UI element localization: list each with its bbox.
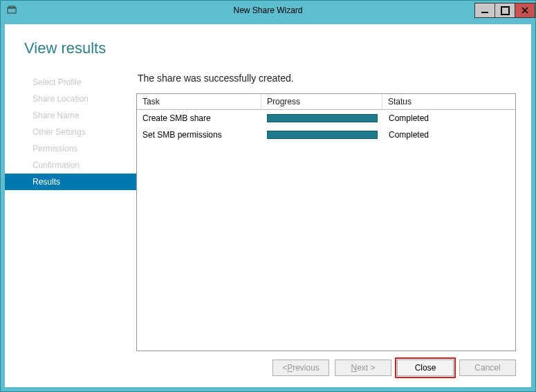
results-panel: The share was successfully created. Task… [136, 70, 516, 351]
task-name: Set SMB permissions [137, 129, 261, 141]
previous-rest: revious [293, 363, 320, 373]
task-name: Create SMB share [137, 112, 261, 124]
progress-bar [267, 131, 378, 139]
results-grid: Task Progress Status Create SMB share Co… [136, 93, 516, 351]
next-rest: ext > [357, 363, 375, 373]
window-controls [475, 3, 535, 18]
next-button: Next > [335, 360, 391, 376]
task-progress [261, 113, 383, 124]
wizard-body: Select Profile Share Location Share Name… [5, 70, 531, 351]
step-permissions: Permissions [5, 140, 136, 157]
table-row: Set SMB permissions Completed [137, 127, 515, 143]
step-results[interactable]: Results [5, 174, 136, 190]
titlebar[interactable]: New Share Wizard [1, 1, 535, 20]
result-message: The share was successfully created. [138, 73, 516, 84]
maximize-button[interactable] [495, 3, 515, 18]
col-header-progress[interactable]: Progress [261, 94, 382, 109]
task-status: Completed [383, 112, 515, 124]
close-button[interactable]: Close [397, 360, 454, 376]
step-confirmation: Confirmation [5, 157, 136, 174]
page-title: View results [24, 39, 531, 57]
window-frame: New Share Wizard View results Select Pro… [0, 0, 536, 392]
step-share-location: Share Location [5, 91, 136, 107]
minimize-button[interactable] [474, 3, 495, 18]
table-row: Create SMB share Completed [137, 110, 515, 127]
grid-header: Task Progress Status [137, 94, 515, 110]
task-status: Completed [383, 129, 515, 141]
previous-button: < Previous [272, 360, 329, 376]
progress-bar [267, 114, 378, 122]
col-header-task[interactable]: Task [137, 94, 261, 109]
previous-ukey: P [287, 363, 293, 373]
wizard-steps-sidebar: Select Profile Share Location Share Name… [5, 70, 136, 351]
window-title: New Share Wizard [1, 6, 535, 15]
window-close-button[interactable] [515, 3, 535, 18]
wizard-footer: < Previous Next > Close Cancel [5, 351, 531, 387]
step-select-profile: Select Profile [5, 74, 136, 91]
step-share-name: Share Name [5, 107, 136, 124]
previous-prefix: < [282, 363, 287, 373]
task-progress [261, 129, 383, 140]
step-other-settings: Other Settings [5, 124, 136, 140]
col-header-status[interactable]: Status [382, 94, 515, 109]
next-ukey: N [351, 363, 357, 373]
wizard-content: View results Select Profile Share Locati… [5, 24, 531, 387]
cancel-button: Cancel [459, 360, 516, 376]
app-icon [5, 3, 19, 17]
